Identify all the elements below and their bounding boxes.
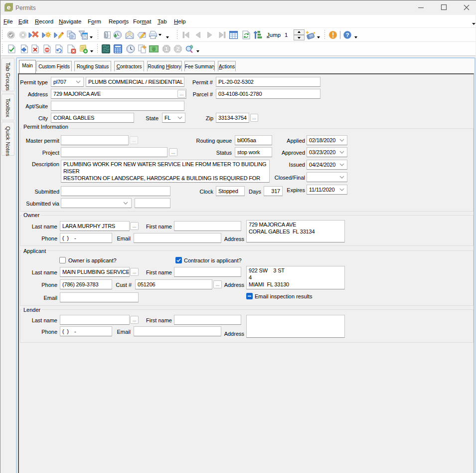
svg-text:?: ? [345, 32, 349, 38]
svg-text:1: 1 [165, 46, 168, 52]
svg-text:2: 2 [176, 46, 179, 52]
svg-text:0: 0 [153, 47, 155, 51]
svg-text:e: e [7, 3, 11, 11]
